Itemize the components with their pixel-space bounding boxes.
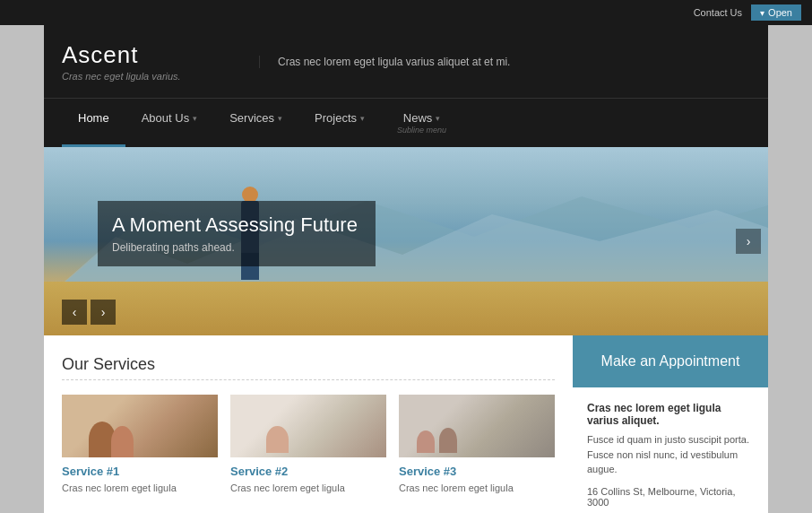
services-grid: Service #1 Cras nec lorem eget ligula Se… <box>62 395 555 495</box>
hero-slider: A Moment Assessing Future Deliberating p… <box>44 147 768 335</box>
sidebar-address: 16 Collins St, Melbourne, Victoria, 3000 <box>587 486 754 508</box>
nav-home-label: Home <box>78 111 109 125</box>
appointment-button[interactable]: Make an Appointment <box>573 335 768 387</box>
hero-caption: A Moment Assessing Future Deliberating p… <box>98 201 376 266</box>
nav-news-label: News <box>403 111 433 125</box>
service-image-1 <box>62 395 218 457</box>
nav-services-arrow: ▾ <box>278 114 282 123</box>
nav-projects-label: Projects <box>315 111 357 125</box>
services-section-title: Our Services <box>62 355 555 374</box>
service-card-2: Service #2 Cras nec lorem eget ligula <box>230 395 386 495</box>
slider-prev-button[interactable]: ‹ <box>62 300 87 325</box>
service-card-3: Service #3 Cras nec lorem eget ligula <box>399 395 555 495</box>
slider-next-button[interactable]: › <box>91 300 116 325</box>
hero-field <box>44 282 768 335</box>
site-header: Ascent Cras nec eget ligula varius. Cras… <box>44 25 768 98</box>
service-link-1[interactable]: Service #1 <box>62 465 218 478</box>
main-content: Our Services Service #1 Cras nec lorem e… <box>44 335 573 513</box>
sidebar-normal-text: Fusce id quam in justo suscipit porta. F… <box>587 432 754 477</box>
nav-news-arrow: ▾ <box>436 114 440 123</box>
contact-us-link[interactable]: Contact Us <box>694 7 742 18</box>
service-link-2[interactable]: Service #2 <box>230 465 386 478</box>
site-wrapper: Ascent Cras nec eget ligula varius. Cras… <box>44 25 768 513</box>
service-link-3[interactable]: Service #3 <box>399 465 555 478</box>
nav-services-label: Services <box>229 111 274 125</box>
sidebar-info: Cras nec lorem eget ligula varius alique… <box>573 387 768 513</box>
top-bar: Contact Us Open <box>0 0 812 25</box>
nav-about-arrow: ▾ <box>193 114 197 123</box>
site-nav: Home About Us ▾ Services ▾ Projects ▾ <box>44 98 768 147</box>
service-desc-2: Cras nec lorem eget ligula <box>230 482 386 495</box>
logo-title: Ascent <box>62 41 223 69</box>
nav-item-services[interactable]: Services ▾ <box>213 99 298 147</box>
nav-news-sublabel: Subline menu <box>397 126 446 135</box>
section-divider <box>62 379 555 380</box>
nav-projects-arrow: ▾ <box>360 114 365 123</box>
service-image-3 <box>399 395 555 457</box>
sidebar: Make an Appointment Cras nec lorem eget … <box>573 335 768 513</box>
header-tagline: Cras nec lorem eget ligula varius alique… <box>259 56 750 68</box>
hero-caption-title: A Moment Assessing Future <box>112 213 358 237</box>
service-desc-1: Cras nec lorem eget ligula <box>62 482 218 495</box>
site-logo: Ascent Cras nec eget ligula varius. <box>62 41 223 82</box>
service-desc-3: Cras nec lorem eget ligula <box>399 482 555 495</box>
service-card-1: Service #1 Cras nec lorem eget ligula <box>62 395 218 495</box>
service-image-2 <box>230 395 386 457</box>
slider-controls: ‹ › <box>62 300 116 325</box>
logo-subtitle: Cras nec eget ligula varius. <box>62 71 223 82</box>
nav-about-label: About Us <box>142 111 189 125</box>
open-button[interactable]: Open <box>751 4 801 21</box>
hero-next-button[interactable]: › <box>736 229 761 254</box>
nav-item-home[interactable]: Home <box>62 99 125 147</box>
content-area: Our Services Service #1 Cras nec lorem e… <box>44 335 768 513</box>
nav-item-projects[interactable]: Projects ▾ <box>298 99 381 147</box>
hero-caption-subtitle: Deliberating paths ahead. <box>112 241 358 254</box>
nav-item-news[interactable]: News ▾ Subline menu <box>381 99 462 147</box>
nav-item-about[interactable]: About Us ▾ <box>125 99 213 147</box>
sidebar-bold-text: Cras nec lorem eget ligula varius alique… <box>587 402 754 427</box>
